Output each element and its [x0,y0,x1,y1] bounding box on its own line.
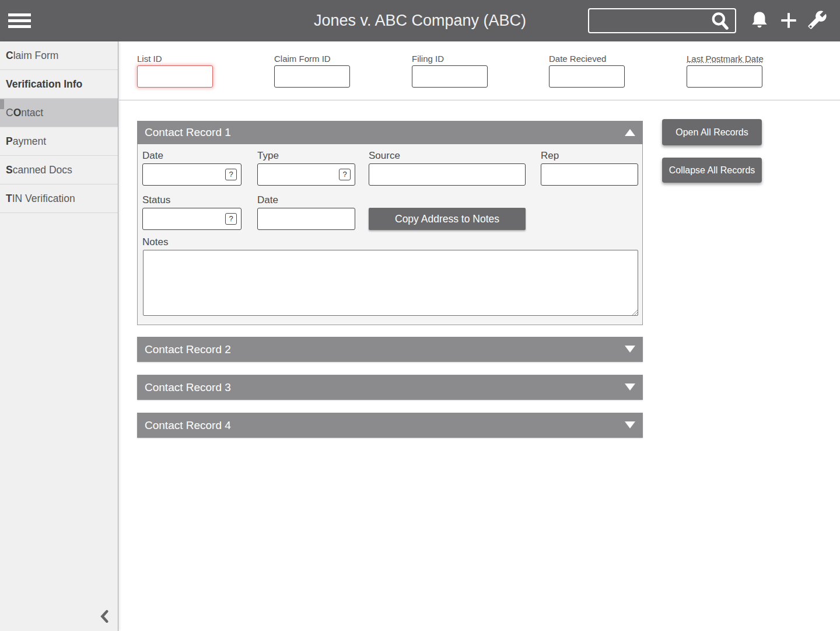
label-bold: S [6,164,13,176]
date-field: ? [142,163,242,186]
collapse-all-records-button[interactable]: Collapse All Records [662,158,762,183]
contact-record-1-panel: Contact Record 1 Date Type Source Rep ? … [137,121,643,325]
date2-field [257,208,355,230]
status-help-button[interactable]: ? [225,213,237,225]
record-title: Contact Record 1 [145,126,231,138]
contact-record-1-header[interactable]: Contact Record 1 [137,121,643,144]
field-date-received: Date Recieved [549,54,626,88]
copy-address-to-notes-button[interactable]: Copy Address to Notes [369,208,526,230]
claim-form-id-input[interactable] [274,65,350,88]
label-bold: O [13,107,22,118]
field-label: Last Postmark Date [687,54,764,64]
sidebar-item-contact[interactable]: COntact [0,99,118,127]
field-label: Filing ID [412,54,489,64]
chevron-left-icon [96,606,114,626]
record-title: Contact Record 2 [145,343,231,355]
expand-arrow-icon [625,421,635,428]
search-input[interactable] [589,9,706,32]
label-rest: laim Form [13,50,59,61]
field-last-postmark-date: Last Postmark Date [687,54,764,88]
plus-icon [778,10,799,31]
source-input[interactable] [369,163,526,186]
top-bar: Jones v. ABC Company (ABC) [0,0,840,41]
contact-record-1-body: Date Type Source Rep ? ? Status Date ? C… [137,144,643,325]
field-claim-form-id: Claim Form ID [274,54,351,88]
status-field: ? [142,208,242,230]
search-icon [710,11,730,31]
date-help-button[interactable]: ? [225,169,237,180]
bell-icon [749,10,770,31]
collapse-arrow-icon [625,129,635,136]
field-label: List ID [137,54,214,64]
type-label: Type [257,150,279,162]
label-rest: IN Verification [12,193,75,204]
search-box [588,8,736,33]
status-label: Status [142,194,170,206]
date-received-input[interactable] [549,65,625,88]
sidebar-item-payment[interactable]: Payment [0,127,118,156]
date2-label: Date [257,194,278,206]
contact-record-4-header[interactable]: Contact Record 4 [137,413,643,438]
rep-input[interactable] [541,163,638,186]
field-filing-id: Filing ID [412,54,489,88]
wrench-icon [807,10,827,30]
date-label: Date [142,150,163,162]
label-pre: C [6,107,13,118]
sidebar-item-verification-info[interactable]: Verification Info [0,70,118,99]
contact-record-2-header[interactable]: Contact Record 2 [137,337,643,362]
list-id-input[interactable] [137,65,213,88]
expand-arrow-icon [625,346,635,353]
rep-label: Rep [541,150,559,162]
source-field [369,163,526,186]
field-label: Date Recieved [549,54,626,64]
contact-record-3-header[interactable]: Contact Record 3 [137,375,643,400]
field-label: Claim Form ID [274,54,351,64]
label-rest: ntact [21,107,43,118]
last-postmark-date-input[interactable] [687,65,762,88]
search-button[interactable] [706,11,734,31]
notes-textarea[interactable] [143,250,638,316]
notifications-button[interactable] [749,10,770,31]
date2-input[interactable] [257,208,355,230]
record-title: Contact Record 3 [145,381,231,393]
sidebar-item-scanned-docs[interactable]: Scanned Docs [0,156,118,184]
sidebar-item-claim-form[interactable]: Claim Form [0,41,118,70]
notes-label: Notes [142,236,168,248]
label-bold: Verification Info [6,78,82,90]
label-rest: canned Docs [13,164,72,176]
sidebar-item-tin-verification[interactable]: TIN Verification [0,184,118,213]
label-rest: ayment [13,135,46,147]
selection-notch [0,99,4,109]
record-title: Contact Record 4 [145,419,231,431]
sidebar-collapse-button[interactable] [96,606,114,626]
label-bold: C [6,50,13,61]
label-bold: P [6,135,13,147]
rep-field [541,163,638,186]
label-bold: T [6,193,12,204]
type-help-button[interactable]: ? [339,169,351,180]
expand-arrow-icon [625,384,635,391]
settings-button[interactable] [807,10,828,31]
sidebar: Claim Form Verification Info COntact Pay… [0,41,118,631]
field-list-id: List ID [137,54,214,88]
horizontal-divider [119,100,840,100]
source-label: Source [369,150,400,162]
open-all-records-button[interactable]: Open All Records [662,119,762,145]
type-field: ? [257,163,355,186]
add-button[interactable] [778,10,799,31]
filing-id-input[interactable] [412,65,488,88]
